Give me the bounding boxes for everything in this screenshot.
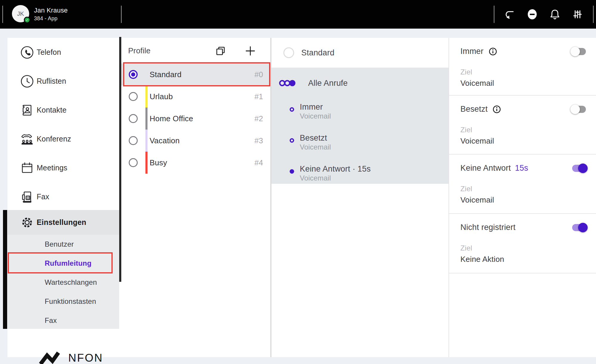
detail-header: Standard — [271, 38, 448, 68]
topbar-divider — [494, 6, 494, 23]
sidebar-item-ruflisten[interactable]: Ruflisten — [7, 67, 119, 96]
nfon-logo-mark — [38, 350, 64, 364]
profile-row-busy[interactable]: Busy #4 — [119, 152, 270, 174]
profile-color-bar — [145, 108, 148, 130]
sidebar-item-telefon[interactable]: Telefon — [7, 38, 119, 67]
rule-target: Voicemail — [300, 112, 448, 121]
detail-title: Standard — [301, 48, 334, 57]
conference-icon — [20, 132, 34, 146]
profile-name: Standard — [150, 70, 181, 79]
user-avatar[interactable]: JK ✓ — [12, 5, 29, 22]
online-status-badge: ✓ — [24, 17, 30, 23]
target-value[interactable]: Keine Aktion — [460, 255, 588, 264]
profile-detail-panel: Standard Alle Anrufe Immer — [271, 38, 448, 357]
profile-color-bar — [145, 85, 148, 108]
sidebar-item-label: Ruflisten — [37, 77, 66, 85]
user-extension: 384 - App — [34, 15, 58, 22]
target-value[interactable]: Voicemail — [460, 195, 588, 205]
do-not-disturb-icon[interactable] — [526, 8, 539, 21]
all-calls-label: Alle Anrufe — [308, 79, 348, 88]
profile-radio[interactable] — [129, 158, 138, 167]
profiles-header: Profile — [119, 38, 270, 63]
target-label: Ziel — [460, 185, 588, 193]
toggle-nicht-registriert[interactable] — [572, 224, 586, 231]
sidebar-subitem-label: Funktionstasten — [45, 297, 96, 306]
active-section-indicator — [3, 210, 7, 329]
rule-dot-icon — [290, 138, 294, 143]
profile-row-home-office[interactable]: Home Office #2 — [119, 108, 270, 130]
nfon-logo: NFON — [15, 345, 127, 364]
sidebar-scrollbar[interactable] — [119, 37, 121, 282]
sidebar-item-fax[interactable]: Fax — [7, 182, 119, 211]
info-icon[interactable] — [492, 105, 501, 114]
sidebar-subitem-benutzer[interactable]: Benutzer — [7, 235, 119, 254]
rule-row-immer: Immer Voicemail — [271, 102, 448, 121]
clock-icon — [20, 74, 34, 88]
rule-row-besetzt: Besetzt Voicemail — [271, 133, 448, 152]
profile-name: Busy — [150, 158, 167, 167]
timeout-link[interactable]: 15s — [515, 164, 528, 173]
target-label: Ziel — [460, 68, 588, 76]
profile-color-bar — [145, 152, 148, 174]
sidebar-subitem-fax[interactable]: Fax — [7, 311, 119, 330]
sidebar-item-kontakte[interactable]: Kontakte — [7, 96, 119, 125]
profile-number: #1 — [254, 92, 263, 101]
detail-radio[interactable] — [283, 47, 294, 58]
sidebar-item-label: Einstellungen — [37, 218, 86, 227]
call-redirect-icon[interactable] — [503, 8, 516, 21]
rule-title: Keine Antwort · 15s — [300, 164, 448, 174]
contact-card-icon — [20, 103, 34, 117]
profile-row-vacation[interactable]: Vacation #3 — [119, 130, 270, 152]
profile-radio[interactable] — [129, 70, 138, 79]
sidebar-subitem-label: Warteschlangen — [45, 278, 97, 287]
sidebar-item-konferenz[interactable]: Konferenz — [7, 125, 119, 153]
fax-machine-icon — [20, 190, 34, 204]
calendar-icon — [20, 161, 34, 175]
profile-radio[interactable] — [129, 92, 138, 101]
phone-icon — [20, 45, 34, 60]
profiles-panel: Profile Standard #0 — [119, 38, 271, 357]
profile-color-bar — [145, 63, 148, 85]
sidebar-item-label: Meetings — [37, 164, 67, 172]
toggle-keine-antwort[interactable] — [572, 165, 586, 172]
profile-name: Vacation — [150, 136, 180, 145]
section-title: Immer — [460, 47, 484, 56]
target-value[interactable]: Voicemail — [460, 79, 588, 88]
duplicate-profile-icon[interactable] — [214, 44, 227, 57]
section-title: Keine Antwort — [460, 164, 511, 173]
info-icon[interactable] — [488, 47, 497, 56]
rule-dot-icon — [290, 107, 294, 112]
add-profile-icon[interactable] — [244, 44, 257, 57]
detail-rules-block: Alle Anrufe Immer Voicemail Besetzt Voic… — [271, 68, 448, 184]
toggle-immer[interactable] — [572, 48, 586, 55]
toggle-besetzt[interactable] — [572, 106, 586, 113]
sidebar-item-label: Kontakte — [37, 106, 66, 114]
top-bar: JK ✓ Jan Krause 384 - App — [0, 0, 596, 29]
sidebar-subitem-label: Rufumleitung — [45, 259, 91, 267]
all-calls-row: Alle Anrufe — [271, 77, 448, 90]
profile-number: #2 — [254, 114, 263, 123]
target-value[interactable]: Voicemail — [460, 136, 588, 146]
sidebar-item-einstellungen[interactable]: Einstellungen — [7, 210, 119, 235]
profile-number: #4 — [254, 158, 263, 167]
profile-row-urlaub[interactable]: Urlaub #1 — [119, 85, 270, 108]
profile-radio[interactable] — [129, 136, 138, 145]
sidebar-item-label: Telefon — [37, 48, 61, 57]
section-title: Besetzt — [460, 105, 488, 114]
sidebar-subitem-funktionstasten[interactable]: Funktionstasten — [7, 292, 119, 311]
avatar-initials: JK — [17, 10, 24, 17]
sidebar-item-label: Fax — [37, 192, 49, 201]
sidebar-item-meetings[interactable]: Meetings — [7, 153, 119, 182]
forwarding-section-besetzt: Besetzt Ziel Voicemail — [449, 96, 596, 155]
target-label: Ziel — [460, 126, 588, 134]
forwarding-panel: Immer Ziel Voicemail Beset — [448, 38, 596, 357]
settings-sliders-icon[interactable] — [571, 8, 584, 21]
section-title: Nicht registriert — [460, 223, 516, 232]
profile-row-standard[interactable]: Standard #0 — [119, 63, 270, 85]
profile-radio[interactable] — [129, 114, 138, 123]
sidebar-subitem-rufumleitung[interactable]: Rufumleitung — [7, 254, 119, 273]
notifications-bell-icon[interactable] — [548, 8, 561, 21]
app-window: JK ✓ Jan Krause 384 - App — [0, 0, 596, 364]
target-label: Ziel — [460, 244, 588, 252]
sidebar-subitem-warteschlangen[interactable]: Warteschlangen — [7, 273, 119, 292]
